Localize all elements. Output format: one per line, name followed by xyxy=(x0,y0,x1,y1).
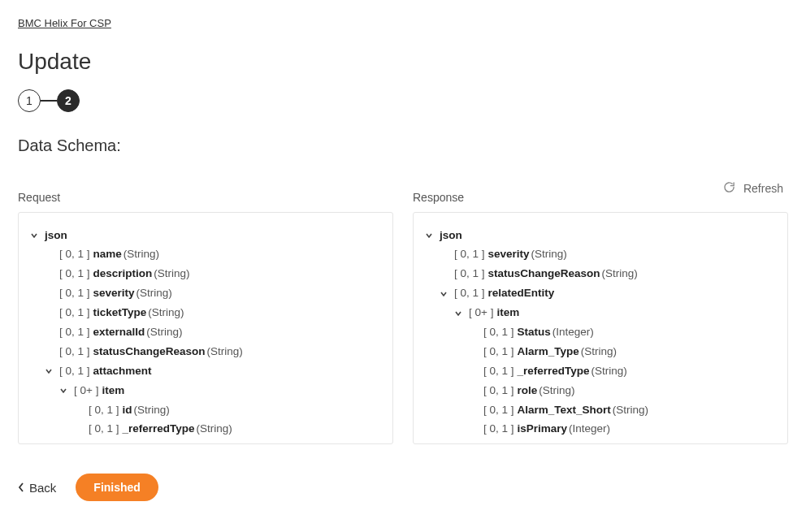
field-name: json xyxy=(440,228,462,244)
tree-node[interactable]: [ 0, 1 ] relatedEntity xyxy=(425,284,776,304)
response-column: Response json[ 0, 1 ] severity (String)[… xyxy=(413,191,788,444)
tree-node[interactable]: [ 0, 1 ] description (String) xyxy=(30,265,381,284)
field-name: statusChangeReason xyxy=(93,344,206,360)
field-type: (Integer) xyxy=(569,422,610,437)
field-name: description xyxy=(123,441,182,444)
cardinality-label: [ 0, 1 ] xyxy=(59,247,90,262)
field-name: attachment xyxy=(93,364,152,379)
tree-node[interactable]: [ 0+ ] item xyxy=(425,304,776,323)
cardinality-label: [ 0, 1 ] xyxy=(59,305,90,321)
back-label: Back xyxy=(29,481,56,495)
field-type: (String) xyxy=(197,422,232,437)
section-title: Data Schema: xyxy=(18,136,788,155)
field-name: json xyxy=(45,228,67,244)
response-label: Response xyxy=(413,191,788,204)
finished-button[interactable]: Finished xyxy=(76,474,158,501)
field-type: (Integer) xyxy=(552,325,594,340)
tree-node[interactable]: [ 0, 1 ] severity (String) xyxy=(30,284,381,304)
cardinality-label: [ 0, 1 ] xyxy=(483,383,514,399)
page-title: Update xyxy=(18,49,788,75)
field-name: item xyxy=(496,305,519,321)
field-name: _referredType xyxy=(518,364,590,379)
field-type: (String) xyxy=(531,247,567,262)
cardinality-label: [ 0, 1 ] xyxy=(59,344,90,360)
cardinality-label: [ 0+ ] xyxy=(74,383,98,399)
cardinality-label: [ 0, 1 ] xyxy=(483,344,514,360)
cardinality-label: [ 0, 1 ] xyxy=(89,441,119,444)
field-name: Alarm_Text_Short xyxy=(518,403,611,418)
field-name: ticketType xyxy=(93,305,147,321)
cardinality-label: [ 0, 1 ] xyxy=(454,266,485,282)
tree-node[interactable]: [ 0, 1 ] _referredType (String) xyxy=(30,420,381,439)
response-tree-panel[interactable]: json[ 0, 1 ] severity (String)[ 0, 1 ] s… xyxy=(413,212,788,444)
field-name: item xyxy=(102,383,124,399)
tree-node[interactable]: [ 0, 1 ] description (String) xyxy=(30,439,381,444)
request-label: Request xyxy=(18,191,393,204)
cardinality-label: [ 0, 1 ] xyxy=(483,403,514,418)
wizard-step-1[interactable]: 1 xyxy=(18,89,41,112)
cardinality-label: [ 0, 1 ] xyxy=(59,286,90,301)
cardinality-label: [ 0, 1 ] xyxy=(483,441,514,444)
field-name: statusChangeReason xyxy=(488,266,600,282)
field-type: (String) xyxy=(548,441,583,444)
cardinality-label: [ 0, 1 ] xyxy=(59,364,90,379)
tree-node[interactable]: json xyxy=(30,226,381,245)
chevron-down-icon[interactable] xyxy=(425,231,436,240)
breadcrumb-link[interactable]: BMC Helix For CSP xyxy=(18,17,111,29)
tree-node[interactable]: [ 0, 1 ] statusChangeReason (String) xyxy=(30,342,381,361)
field-name: severity xyxy=(93,286,135,301)
chevron-left-icon xyxy=(18,481,24,495)
field-type: (String) xyxy=(148,305,184,321)
field-type: (String) xyxy=(539,383,574,399)
field-name: Alarm_Type xyxy=(518,344,579,360)
chevron-down-icon[interactable] xyxy=(454,309,466,318)
cardinality-label: [ 0, 1 ] xyxy=(483,364,514,379)
tree-node[interactable]: [ 0, 1 ] attachment xyxy=(30,361,381,381)
back-button[interactable]: Back xyxy=(18,481,56,495)
field-name: severity xyxy=(488,247,530,262)
wizard-steps: 1 2 xyxy=(18,89,788,112)
tree-node[interactable]: [ 0, 1 ] role (String) xyxy=(425,381,776,400)
tree-node[interactable]: [ 0, 1 ] externalId (String) xyxy=(30,322,381,342)
tree-node[interactable]: [ 0, 1 ] name (String) xyxy=(425,439,776,444)
tree-node[interactable]: [ 0+ ] item xyxy=(30,381,381,400)
field-name: role xyxy=(518,383,538,399)
tree-node[interactable]: json xyxy=(425,226,776,245)
field-name: externalId xyxy=(93,325,145,340)
cardinality-label: [ 0, 1 ] xyxy=(59,266,90,282)
chevron-down-icon[interactable] xyxy=(30,231,41,240)
tree-node[interactable]: [ 0, 1 ] id (String) xyxy=(30,400,381,420)
tree-node[interactable]: [ 0, 1 ] Status (Integer) xyxy=(425,322,776,342)
field-name: relatedEntity xyxy=(488,286,555,301)
chevron-down-icon[interactable] xyxy=(45,367,56,375)
cardinality-label: [ 0, 1 ] xyxy=(89,403,119,418)
cardinality-label: [ 0, 1 ] xyxy=(454,286,485,301)
field-type: (String) xyxy=(592,364,627,379)
field-type: (String) xyxy=(154,266,189,282)
tree-node[interactable]: [ 0, 1 ] Alarm_Type (String) xyxy=(425,342,776,361)
field-name: id xyxy=(123,403,132,418)
tree-node[interactable]: [ 0, 1 ] isPrimary (Integer) xyxy=(425,420,776,439)
cardinality-label: [ 0, 1 ] xyxy=(483,422,514,437)
field-type: (String) xyxy=(613,403,648,418)
chevron-down-icon[interactable] xyxy=(440,290,451,298)
field-type: (String) xyxy=(183,441,219,444)
tree-node[interactable]: [ 0, 1 ] ticketType (String) xyxy=(30,304,381,323)
tree-node[interactable]: [ 0, 1 ] severity (String) xyxy=(425,245,776,265)
field-name: isPrimary xyxy=(518,422,568,437)
request-column: Request json[ 0, 1 ] name (String)[ 0, 1… xyxy=(18,191,393,444)
tree-node[interactable]: [ 0, 1 ] _referredType (String) xyxy=(425,361,776,381)
field-name: description xyxy=(93,266,153,282)
cardinality-label: [ 0+ ] xyxy=(469,305,493,321)
request-tree-panel[interactable]: json[ 0, 1 ] name (String)[ 0, 1 ] descr… xyxy=(18,212,393,444)
chevron-down-icon[interactable] xyxy=(59,387,71,395)
field-type: (String) xyxy=(581,344,617,360)
wizard-step-2[interactable]: 2 xyxy=(57,89,80,112)
field-name: name xyxy=(93,247,122,262)
field-name: name xyxy=(518,441,546,444)
tree-node[interactable]: [ 0, 1 ] name (String) xyxy=(30,245,381,265)
tree-node[interactable]: [ 0, 1 ] Alarm_Text_Short (String) xyxy=(425,400,776,420)
field-name: _referredType xyxy=(123,422,195,437)
field-type: (String) xyxy=(124,247,159,262)
tree-node[interactable]: [ 0, 1 ] statusChangeReason (String) xyxy=(425,265,776,284)
